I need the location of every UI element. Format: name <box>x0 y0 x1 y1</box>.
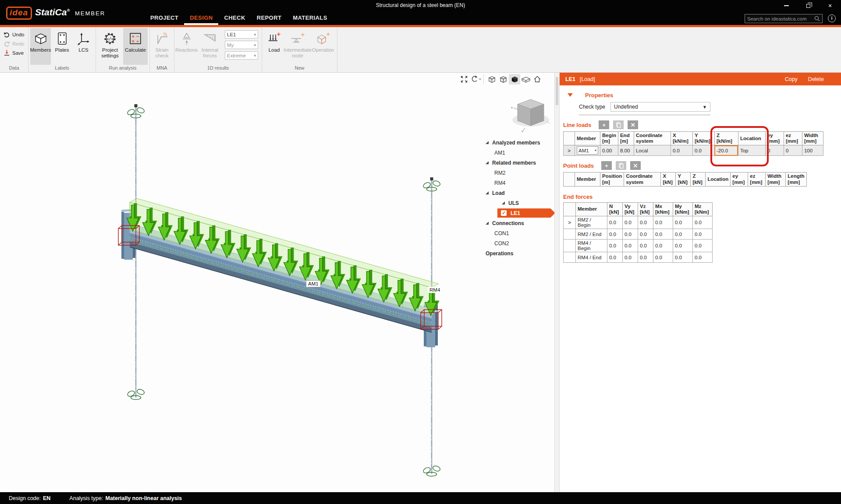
tree-item-rm2[interactable]: RM2 <box>480 168 555 178</box>
value-cell[interactable]: 100 <box>802 145 823 156</box>
tree-item-operations[interactable]: Operations <box>480 248 555 258</box>
value-cell[interactable]: 0 <box>784 145 802 156</box>
value-cell[interactable]: 0.0 <box>607 229 623 240</box>
value-cell[interactable]: 0.0 <box>607 252 623 263</box>
strain-check-button[interactable]: % Strain check <box>152 28 172 65</box>
view-solid-button[interactable] <box>509 74 520 85</box>
delete-line-load-button[interactable]: ✕ <box>628 120 638 129</box>
new-load-button[interactable]: + Load <box>264 28 284 65</box>
copy-line-load-button[interactable] <box>613 120 624 129</box>
value-cell[interactable]: 0.0 <box>693 216 713 229</box>
tree-item-con2[interactable]: CON2 <box>480 238 555 248</box>
tree-item-le1[interactable]: ✓LE1 <box>480 208 555 218</box>
value-cell[interactable]: 0.0 <box>623 240 638 252</box>
tree-expand-icon[interactable] <box>486 222 489 225</box>
member-select[interactable]: AM1▾ <box>577 146 598 155</box>
member-cell[interactable]: RM2 / End <box>576 229 607 240</box>
tab-check[interactable]: CHECK <box>218 11 251 25</box>
copy-point-load-button[interactable] <box>616 161 626 170</box>
row-expander[interactable] <box>564 240 576 252</box>
tree-expand-icon[interactable] <box>486 191 489 194</box>
internal-forces-button[interactable]: Internal forces <box>198 28 222 65</box>
value-cell[interactable]: Local <box>634 145 671 156</box>
save-button[interactable]: Save <box>4 49 25 56</box>
tree-item-am1[interactable]: AM1 <box>480 148 555 158</box>
value-cell[interactable]: 8.00 <box>618 145 634 156</box>
value-cell[interactable]: 0.0 <box>607 240 623 252</box>
close-button[interactable]: × <box>819 0 841 11</box>
tree-expand-icon[interactable] <box>486 161 489 164</box>
value-cell[interactable]: 0.0 <box>623 216 638 229</box>
tree-expand-icon[interactable] <box>502 201 505 204</box>
value-cell[interactable]: -20.0 <box>714 145 738 156</box>
value-cell[interactable]: 0.0 <box>638 216 653 229</box>
tab-materials[interactable]: MATERIALS <box>287 11 333 25</box>
tab-project[interactable]: PROJECT <box>145 11 184 25</box>
value-cell[interactable]: 0.0 <box>692 145 714 156</box>
members-button[interactable]: Members <box>30 28 51 65</box>
member-cell[interactable]: RM2 / Begin <box>576 216 607 229</box>
delete-button[interactable]: Delete <box>808 76 824 82</box>
view-wireframe-button[interactable] <box>497 74 509 85</box>
add-point-load-button[interactable]: + <box>601 161 612 170</box>
value-cell[interactable]: 0 <box>765 145 784 156</box>
home-view-button[interactable] <box>532 74 543 85</box>
navigation-cube[interactable]: x y <box>507 92 554 134</box>
row-expander[interactable] <box>564 229 576 240</box>
value-cell[interactable]: 0.0 <box>673 229 693 240</box>
tab-design[interactable]: DESIGN <box>184 11 218 25</box>
value-cell[interactable]: 0.0 <box>623 229 638 240</box>
add-line-load-button[interactable]: + <box>599 120 609 129</box>
maximize-button[interactable] <box>797 0 819 11</box>
member-cell[interactable]: RM4 / End <box>576 252 607 263</box>
row-expander[interactable] <box>564 252 576 263</box>
member-cell[interactable]: RM4 / Begin <box>576 240 607 252</box>
component-select[interactable]: My▾ <box>225 41 258 49</box>
value-cell[interactable]: 0.0 <box>693 252 713 263</box>
calculate-button[interactable]: + − × ÷ Calculate <box>123 28 148 65</box>
tab-report[interactable]: REPORT <box>251 11 287 25</box>
value-cell[interactable]: 0.0 <box>673 240 693 252</box>
intermediate-node-button[interactable]: + Intermediate node <box>285 28 310 65</box>
plates-button[interactable]: Plates <box>52 28 72 65</box>
value-cell[interactable]: Top <box>738 145 765 156</box>
tree-item-connections[interactable]: Connections <box>480 218 555 228</box>
load-case-select[interactable]: LE1▾ <box>225 30 258 39</box>
panel-splitter[interactable] <box>554 73 560 492</box>
row-expander[interactable]: > <box>564 216 576 229</box>
value-cell[interactable]: 0.0 <box>673 216 693 229</box>
row-expander[interactable]: > <box>564 145 575 156</box>
extreme-select[interactable]: Extreme▾ <box>225 51 258 60</box>
delete-point-load-button[interactable]: ✕ <box>630 161 641 170</box>
tree-expand-icon[interactable] <box>486 141 489 144</box>
properties-section-header[interactable]: Properties <box>568 91 841 99</box>
undo-button[interactable]: Undo <box>4 31 25 38</box>
tree-item-con1[interactable]: CON1 <box>480 228 555 238</box>
value-cell[interactable]: 0.0 <box>638 252 653 263</box>
rotate-view-button[interactable] <box>470 74 481 85</box>
fit-view-button[interactable] <box>458 74 470 85</box>
new-operation-button[interactable]: + Operation <box>311 28 335 65</box>
info-icon[interactable]: i <box>828 14 836 22</box>
value-cell[interactable]: 0.0 <box>607 216 623 229</box>
tree-item-rm4[interactable]: RM4 <box>480 178 555 188</box>
minimize-button[interactable] <box>775 0 797 11</box>
tree-item-analyzed-members[interactable]: Analyzed members <box>480 137 555 148</box>
value-cell[interactable]: 0.0 <box>653 216 673 229</box>
scene-canvas[interactable] <box>0 73 554 492</box>
tree-item-load[interactable]: Load <box>480 188 555 198</box>
value-cell[interactable]: 0.0 <box>653 240 673 252</box>
view-axonometry-button[interactable] <box>486 74 497 85</box>
value-cell[interactable]: 0.00 <box>600 145 618 156</box>
value-cell[interactable]: 0.0 <box>673 252 693 263</box>
value-cell[interactable]: 0.0 <box>693 229 713 240</box>
splitter-thumb[interactable] <box>556 77 558 105</box>
tree-item-related-members[interactable]: Related members <box>480 158 555 168</box>
load-case-checkbox[interactable]: ✓ <box>501 210 507 216</box>
value-cell[interactable]: 0.0 <box>623 252 638 263</box>
value-cell[interactable]: 0.0 <box>638 240 653 252</box>
project-settings-button[interactable]: </> Project settings <box>98 28 122 65</box>
check-type-select[interactable]: Undefined▼ <box>610 102 710 112</box>
reactions-button[interactable]: Reactions <box>176 28 197 65</box>
value-cell[interactable]: 0.0 <box>653 229 673 240</box>
